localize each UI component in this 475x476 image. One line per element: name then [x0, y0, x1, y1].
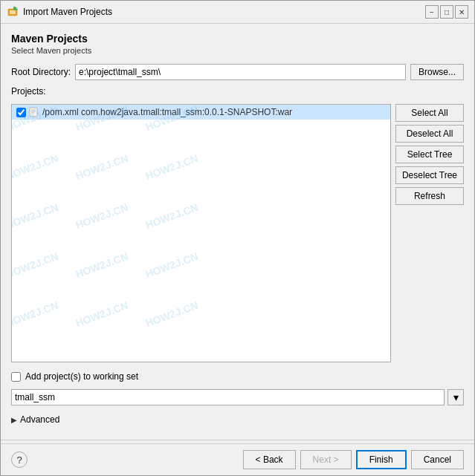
- working-set-row: Add project(s) to working set: [11, 371, 464, 382]
- working-set-checkbox[interactable]: [11, 372, 21, 382]
- dialog-main-title: Maven Projects: [11, 33, 464, 45]
- table-row[interactable]: /pom.xml com.how2java.tmall:tmall_ssm:0.…: [12, 105, 390, 120]
- watermark-overlay: HOW2J.CNHOW2J.CNHOW2J.CN HOW2J.CNHOW2J.C…: [12, 105, 390, 362]
- advanced-section[interactable]: ▶ Advanced: [11, 411, 464, 428]
- footer-left: ?: [11, 451, 28, 468]
- working-set-label: Add project(s) to working set: [25, 371, 138, 382]
- svg-rect-4: [30, 108, 37, 117]
- projects-list[interactable]: HOW2J.CNHOW2J.CNHOW2J.CN HOW2J.CNHOW2J.C…: [11, 104, 391, 362]
- side-buttons: Select All Deselect All Select Tree Dese…: [395, 104, 464, 362]
- root-directory-row: Root Directory: Browse...: [11, 64, 464, 80]
- title-bar-left: + Import Maven Projects: [7, 6, 112, 18]
- dialog-window: + Import Maven Projects − □ ✕ Maven Proj…: [0, 0, 475, 476]
- maximize-button[interactable]: □: [440, 5, 453, 19]
- dialog-header: Maven Projects Select Maven projects: [11, 33, 464, 55]
- help-button[interactable]: ?: [11, 451, 28, 468]
- root-directory-label: Root Directory:: [11, 67, 71, 77]
- dialog-subtitle: Select Maven projects: [11, 46, 464, 55]
- window-title: Import Maven Projects: [23, 7, 112, 17]
- select-all-label: Select All: [411, 108, 447, 118]
- title-bar-controls: − □ ✕: [425, 5, 468, 19]
- pom-icon: [29, 107, 39, 117]
- cancel-button[interactable]: Cancel: [411, 450, 464, 469]
- dialog-content: Maven Projects Select Maven projects Roo…: [1, 24, 474, 437]
- title-bar: + Import Maven Projects − □ ✕: [1, 1, 474, 24]
- refresh-label: Refresh: [414, 191, 445, 201]
- advanced-label: Advanced: [20, 414, 59, 425]
- select-tree-button[interactable]: Select Tree: [395, 146, 464, 163]
- window-icon: +: [7, 6, 19, 18]
- svg-text:+: +: [15, 6, 19, 12]
- back-button[interactable]: < Back: [243, 450, 296, 469]
- advanced-arrow-icon: ▶: [11, 416, 17, 424]
- working-set-browse-button[interactable]: ▾: [447, 389, 464, 405]
- refresh-button[interactable]: Refresh: [395, 187, 464, 205]
- next-button[interactable]: Next >: [300, 450, 352, 469]
- deselect-all-button[interactable]: Deselect All: [395, 125, 464, 143]
- dialog-footer: ? < Back Next > Finish Cancel: [1, 443, 474, 475]
- deselect-tree-label: Deselect Tree: [402, 170, 457, 180]
- projects-area: HOW2J.CNHOW2J.CNHOW2J.CN HOW2J.CNHOW2J.C…: [11, 104, 464, 362]
- close-button[interactable]: ✕: [455, 5, 468, 19]
- browse-button[interactable]: Browse...: [410, 64, 464, 80]
- deselect-all-label: Deselect All: [407, 128, 453, 139]
- select-all-button[interactable]: Select All: [395, 104, 464, 122]
- finish-button[interactable]: Finish: [356, 450, 407, 469]
- footer-right: < Back Next > Finish Cancel: [243, 450, 464, 469]
- footer-separator: [1, 440, 474, 440]
- select-tree-label: Select Tree: [407, 149, 453, 160]
- projects-label: Projects:: [11, 86, 464, 97]
- deselect-tree-button[interactable]: Deselect Tree: [395, 166, 464, 184]
- project-checkbox[interactable]: [16, 108, 26, 117]
- minimize-button[interactable]: −: [425, 5, 439, 19]
- root-directory-input[interactable]: [75, 64, 406, 80]
- working-set-input[interactable]: [11, 389, 445, 405]
- project-item-text: /pom.xml com.how2java.tmall:tmall_ssm:0.…: [42, 107, 292, 117]
